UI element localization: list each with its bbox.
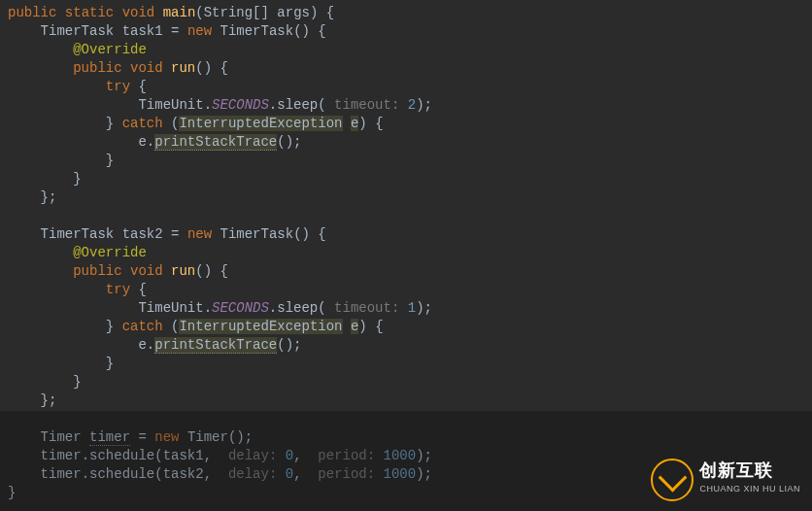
- type-timertask: TimerTask: [41, 23, 115, 39]
- line-3: @Override: [73, 42, 147, 57]
- class-timeunit: TimeUnit: [138, 97, 203, 113]
- var-task1: task1: [122, 23, 163, 39]
- method-run: run: [171, 60, 195, 76]
- keyword-catch: catch: [122, 116, 163, 131]
- line-22: Timer timer = new Timer();: [41, 429, 254, 446]
- brace-close: }: [106, 153, 114, 168]
- literal-1: 1: [408, 300, 416, 316]
- keyword-try: try: [106, 79, 130, 94]
- param-hint-period: period:: [318, 448, 375, 463]
- line-24: timer.schedule(task2, delay: 0, period: …: [41, 466, 432, 482]
- literal-2: 2: [408, 97, 416, 113]
- brace-close: }: [73, 171, 81, 187]
- line-17: } catch (InterruptedException e) {: [106, 319, 384, 334]
- annotation-override: @Override: [73, 42, 147, 57]
- var-timer: timer: [89, 429, 130, 446]
- keyword-void: void: [122, 5, 155, 20]
- line-4: public void run() {: [73, 60, 228, 76]
- code-editor[interactable]: public static void main(String[] args) {…: [0, 0, 812, 506]
- var-task2: task2: [122, 226, 163, 242]
- line-6: TimeUnit.SECONDS.sleep( timeout: 2);: [138, 97, 432, 113]
- line-14: public void run() {: [73, 263, 228, 279]
- line-7: } catch (InterruptedException e) {: [106, 116, 384, 131]
- brace-close: };: [41, 189, 57, 205]
- line-1: public static void main(String[] args) {: [8, 5, 334, 20]
- param-hint-delay: delay:: [228, 448, 277, 463]
- type-timer: Timer: [41, 429, 82, 445]
- brace-close: }: [73, 374, 81, 390]
- keyword-new: new: [187, 23, 212, 39]
- line-13: @Override: [73, 245, 147, 260]
- field-seconds: SECONDS: [212, 97, 269, 113]
- type-string: String: [204, 5, 253, 20]
- method-printstacktrace: printStackTrace: [154, 134, 277, 151]
- line-18: e.printStackTrace();: [138, 337, 301, 354]
- line-16: TimeUnit.SECONDS.sleep( timeout: 1);: [138, 300, 432, 316]
- exception-type: InterruptedException: [179, 116, 342, 131]
- keyword-public: public: [8, 5, 56, 20]
- brace-close: }: [106, 356, 114, 371]
- method-run: run: [171, 263, 195, 279]
- param-args: args: [277, 5, 310, 20]
- line-5: try {: [106, 79, 147, 94]
- line-2: TimerTask task1 = new TimerTask() {: [41, 23, 326, 39]
- brace-close: };: [41, 392, 57, 408]
- line-23: timer.schedule(task1, delay: 0, period: …: [41, 448, 432, 463]
- method-main: main: [163, 5, 196, 20]
- annotation-override: @Override: [73, 245, 147, 260]
- line-12: TimerTask task2 = new TimerTask() {: [41, 226, 326, 242]
- line-15: try {: [106, 282, 147, 297]
- method-schedule: schedule: [89, 448, 154, 463]
- line-8: e.printStackTrace();: [138, 134, 301, 151]
- keyword-static: static: [65, 5, 114, 20]
- method-sleep: sleep: [277, 97, 318, 113]
- param-hint-timeout: timeout:: [334, 97, 399, 113]
- brace-close: }: [8, 485, 16, 500]
